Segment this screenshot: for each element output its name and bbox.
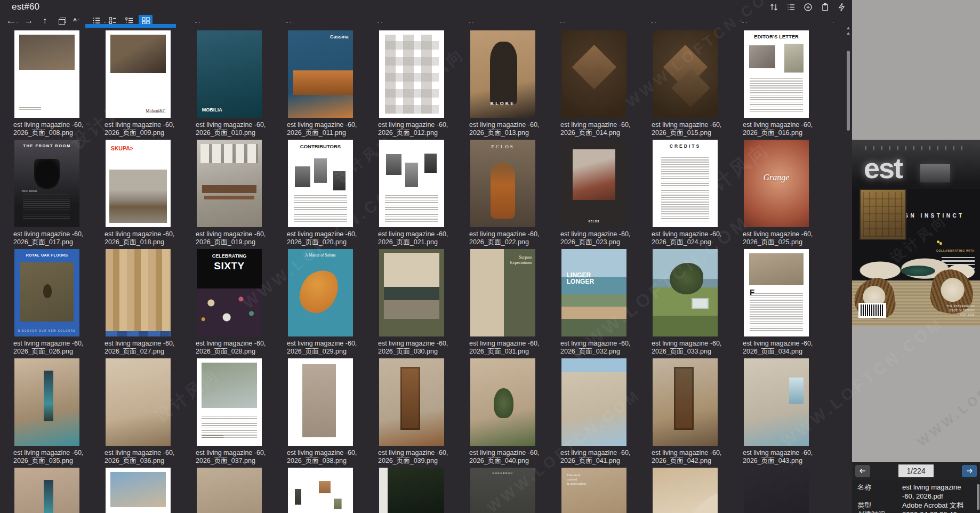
thumbnail[interactable] — [744, 468, 809, 513]
grid-item[interactable]: est living magazine -60, 2026_页面_012.png — [377, 30, 469, 140]
thumbnail[interactable] — [379, 30, 444, 118]
thumbnail[interactable] — [197, 140, 262, 227]
grid-item[interactable]: est living magazine -60, 2026_页面_040.png — [469, 358, 560, 468]
grid-item[interactable]: est living magazine -60, 2026_页面_037.png — [195, 358, 286, 468]
thumbnail[interactable]: LINGER LONGER — [561, 249, 626, 336]
thumbnail[interactable] — [379, 468, 444, 513]
thumbnail[interactable]: GAGGENAUFOR THOSE WHO KNOW — [470, 468, 535, 513]
thumbnail[interactable]: Cassina — [288, 30, 353, 118]
grid-item[interactable] — [13, 468, 104, 513]
thumbnail[interactable]: CONTRIBUTORS — [288, 140, 353, 227]
thumbnail[interactable] — [106, 468, 171, 513]
grid-item[interactable] — [742, 468, 833, 513]
grid-item[interactable]: GAGGENAUFOR THOSE WHO KNOW — [469, 468, 560, 513]
grid-item[interactable]: est living magazine -60, 2026_页面_036.png — [104, 358, 195, 468]
thumbnail[interactable]: KLOKE — [470, 30, 535, 118]
grid-item[interactable]: est living magazine -60, 2026_页面_027.png — [104, 249, 195, 358]
grid-item[interactable]: est living magazine -60, 2026_页面_015.png — [651, 30, 742, 140]
thumbnail[interactable]: Surpass Expectations — [470, 249, 535, 336]
grid-item[interactable]: Grangeest living magazine -60, 2026_页面_0… — [742, 140, 833, 249]
thumbnail[interactable] — [744, 358, 809, 446]
grid-item[interactable]: Molteni&Cest living magazine -60, 2026_页… — [104, 30, 195, 140]
grid-item[interactable]: CELEBRATINGSIXTYest living magazine -60,… — [195, 249, 286, 358]
scrollbar-up-arrow2[interactable] — [847, 32, 850, 35]
scrollbar-thumb[interactable] — [847, 51, 850, 131]
grid-item[interactable] — [286, 468, 377, 513]
grid-item[interactable]: Fest living magazine -60, 2026_页面_034.pn… — [742, 249, 833, 358]
thumbnail[interactable]: Grange — [744, 140, 809, 227]
grid-item[interactable]: est living magazine -60, 2026_页面_038.png — [286, 358, 377, 468]
grid-item[interactable]: Elevated, crafted & unrivalled. — [560, 468, 651, 513]
grid-item[interactable]: THE FRONT ROOMNew Worksest living magazi… — [13, 140, 104, 249]
grid-item[interactable]: A Matter of Saloneest living magazine -6… — [286, 249, 377, 358]
grid-item[interactable]: SKUPA>est living magazine -60, 2026_页面_0… — [104, 140, 195, 249]
thumbnail[interactable] — [653, 468, 718, 513]
thumbnail[interactable] — [14, 30, 79, 118]
scrollbar-up-arrow[interactable] — [847, 27, 850, 29]
grid-item[interactable]: ECLOSest living magazine -60, 2026_页面_02… — [469, 140, 560, 249]
grid-item[interactable]: est living magazine -60, 2026_页面_008.png — [13, 30, 104, 140]
grid-item[interactable]: est living magazine -60, 2026_页面_043.png — [742, 358, 833, 468]
next-page-button[interactable] — [962, 465, 977, 477]
grid-item[interactable] — [651, 468, 742, 513]
grid-item[interactable]: MOBILIAest living magazine -60, 2026_页面_… — [195, 30, 286, 140]
prev-page-button[interactable] — [855, 465, 870, 477]
grid-item[interactable] — [104, 468, 195, 513]
grid-item[interactable]: CREDITSest living magazine -60, 2026_页面_… — [651, 140, 742, 249]
zoom-plus-icon[interactable] — [804, 3, 813, 12]
grid-item[interactable]: est living magazine -60, 2026_页面_041.png — [560, 358, 651, 468]
thumbnail[interactable]: SKUPA> — [106, 140, 171, 227]
grid-item[interactable]: Surpass Expectationsest living magazine … — [469, 249, 560, 358]
grid-item[interactable]: CONTRIBUTORSest living magazine -60, 202… — [286, 140, 377, 249]
thumbnail[interactable] — [379, 358, 444, 446]
thumbnail[interactable]: CREDITS — [653, 140, 718, 227]
thumbnail[interactable] — [561, 358, 626, 446]
grid-scrollbar[interactable] — [846, 23, 851, 513]
collapse-icon[interactable]: ^ — [73, 17, 77, 25]
grid-item[interactable]: est living magazine -60, 2026_页面_035.png — [13, 358, 104, 468]
back-button[interactable]: ← — [5, 15, 16, 26]
list-icon[interactable] — [786, 3, 796, 12]
thumbnail[interactable] — [106, 249, 171, 336]
thumbnail[interactable]: MOBILIA — [197, 30, 262, 118]
up-button[interactable]: ↑ — [42, 15, 48, 26]
grid-item[interactable]: est living magazine -60, 2026_页面_014.png — [560, 30, 651, 140]
thumbnail[interactable]: ECLOS — [470, 140, 535, 227]
grid-item[interactable]: est living magazine -60, 2026_页面_021.png — [377, 140, 469, 249]
thumbnail[interactable] — [106, 358, 171, 446]
thumbnail[interactable] — [14, 468, 79, 513]
sort-icon[interactable] — [769, 3, 778, 12]
grid-item[interactable] — [195, 468, 286, 513]
grid-item[interactable]: est living magazine -60, 2026_页面_039.png — [377, 358, 469, 468]
thumbnail[interactable] — [653, 30, 718, 118]
thumbnail[interactable]: ROYAL OAK FLOORSDISCOVER OUR NEW COLOURS — [14, 249, 79, 336]
details-scrollbar-thumb[interactable] — [977, 484, 979, 510]
thumbnail[interactable] — [561, 30, 626, 118]
thumbnail[interactable] — [379, 249, 444, 336]
thumbnail[interactable]: Elevated, crafted & unrivalled. — [561, 468, 626, 513]
thumbnail[interactable] — [470, 358, 535, 446]
thumbnail[interactable] — [379, 140, 444, 227]
thumbnail[interactable] — [14, 358, 79, 446]
grid-item[interactable]: est living magazine -60, 2026_页面_033.png — [651, 249, 742, 358]
grid-item[interactable]: ECLOSest living magazine -60, 2026_页面_02… — [560, 140, 651, 249]
grid-item[interactable]: ROYAL OAK FLOORSDISCOVER OUR NEW COLOURS… — [13, 249, 104, 358]
thumbnail[interactable]: Molteni&C — [106, 30, 171, 118]
grid-item[interactable]: est living magazine -60, 2026_页面_042.png — [651, 358, 742, 468]
thumbnail[interactable]: A Matter of Salone — [288, 249, 353, 336]
flash-icon[interactable] — [838, 3, 846, 12]
thumbnail[interactable]: F — [744, 249, 809, 336]
grid-item[interactable]: EDITOR'S LETTERest living magazine -60, … — [742, 30, 833, 140]
thumbnail[interactable]: THE FRONT ROOMNew Works — [14, 140, 79, 227]
thumbnail[interactable] — [197, 468, 262, 513]
thumbnail[interactable] — [653, 249, 718, 336]
pdf-preview-cover[interactable]: est DESIGN INSTINCT COLLABORATING WITH T… — [852, 140, 980, 326]
thumbnail[interactable] — [653, 358, 718, 446]
paste-icon[interactable] — [821, 3, 830, 12]
thumbnail[interactable]: CELEBRATINGSIXTY — [197, 249, 262, 336]
forward-button[interactable]: → — [23, 15, 34, 26]
thumbnail[interactable]: ECLOS — [561, 140, 626, 227]
grid-item[interactable]: Cassinaest living magazine -60, 2026_页面_… — [286, 30, 377, 140]
thumbnail[interactable]: EDITOR'S LETTER — [744, 30, 809, 118]
grid-item[interactable]: LINGER LONGERest living magazine -60, 20… — [560, 249, 651, 358]
